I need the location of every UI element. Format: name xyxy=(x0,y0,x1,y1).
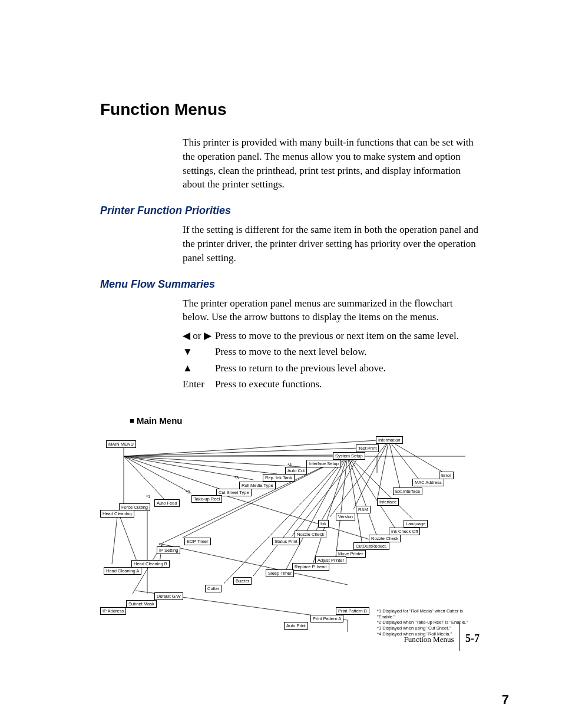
node-ext-interface: Ext.Interface xyxy=(393,487,422,495)
node-nozzle-check-2: Nozzle Check xyxy=(369,535,401,542)
footer-divider xyxy=(459,622,460,651)
node-cutter: Cutter xyxy=(205,585,222,592)
note-1: *1 xyxy=(146,494,150,499)
node-replace-phead: Replace P. head xyxy=(292,563,329,571)
menu-flowchart: MAIN MENU Information Test Print System … xyxy=(100,431,480,650)
node-information: Information xyxy=(376,436,403,444)
left-right-arrow-icon: ◀ or ▶ xyxy=(183,328,215,344)
node-status-print: Status Print xyxy=(272,538,300,545)
node-system-setup: System Setup xyxy=(333,452,365,460)
note-3: *3 xyxy=(234,475,239,480)
diagram-heading: ■ Main Menu xyxy=(100,416,480,426)
svg-line-15 xyxy=(124,456,191,493)
up-desc: Press to return to the previous level ab… xyxy=(215,360,480,376)
lr-desc: Press to move to the previous or next it… xyxy=(215,328,480,344)
arrow-row-down: ▼ Press to move to the next level below. xyxy=(100,344,480,360)
node-language: Language xyxy=(404,520,428,528)
arrow-row-lr: ◀ or ▶ Press to move to the previous or … xyxy=(100,328,480,344)
note-2: *2 xyxy=(186,489,190,495)
node-ip-setting: IP Setting xyxy=(157,546,180,554)
footer-page-number: 5-7 xyxy=(465,633,480,644)
node-main-menu: MAIN MENU xyxy=(106,440,136,448)
node-subnet-mask: Subnet Mask xyxy=(126,600,157,608)
node-default-gw: Default G/W xyxy=(154,592,183,600)
arrow-row-up: ▲ Press to return to the previous level … xyxy=(100,360,480,376)
priorities-paragraph: If the setting is different for the same… xyxy=(100,223,480,265)
footnote-2: *2 Displayed when "Take-up Reel" is "Ena… xyxy=(377,620,480,625)
diagram-title: Main Menu xyxy=(137,416,183,426)
node-mac-address: MAC Address xyxy=(412,479,444,486)
node-eop-timer: EOP Timer xyxy=(184,538,211,545)
node-rep-ink-tank: Rep. Ink Tank xyxy=(263,474,295,482)
node-interface: Interface xyxy=(377,498,399,506)
node-ram: RAM xyxy=(356,506,371,513)
node-cutdust: CutDustReduct. xyxy=(353,542,389,550)
footer-section-label: Function Menus xyxy=(404,635,454,644)
node-version: Version xyxy=(336,513,355,521)
node-auto-feed: Auto Feed xyxy=(154,499,180,507)
footnote-1: *1 Displayed for "Roll Media" when Cutte… xyxy=(377,608,480,620)
down-arrow-icon: ▼ xyxy=(183,344,215,360)
node-sleep-timer: Sleep Timer xyxy=(266,569,294,577)
subsection-flow-title: Menu Flow Summaries xyxy=(100,278,480,291)
node-auto-print: Auto Print xyxy=(284,622,308,630)
node-print-pattern-b: Print Pattern B xyxy=(336,607,369,615)
node-test-print: Test Print xyxy=(356,444,379,452)
node-buzzer: Buzzer xyxy=(233,577,252,585)
filled-square-icon: ■ xyxy=(130,416,134,425)
page-title: Function Menus xyxy=(100,100,480,119)
intro-paragraph: This printer is provided with many built… xyxy=(100,136,480,192)
node-take-up-reel: Take-up Reel xyxy=(191,495,222,503)
svg-line-36 xyxy=(118,511,138,564)
down-desc: Press to move to the next level below. xyxy=(215,344,480,360)
svg-line-37 xyxy=(112,511,118,564)
svg-line-27 xyxy=(336,455,348,557)
svg-line-17 xyxy=(389,440,442,472)
page-footer: Function Menus 5-7 xyxy=(404,626,480,654)
node-interface-setup: Interface Setup xyxy=(306,460,341,467)
svg-line-12 xyxy=(124,456,277,474)
svg-line-26 xyxy=(348,455,362,545)
flow-paragraph: The printer operation panel menus are su… xyxy=(100,297,480,325)
node-print-pattern-a: Print Pattern A xyxy=(310,615,343,622)
node-head-cleaning-a: Head Cleaning A xyxy=(104,567,141,575)
node-ip-address: IP Address xyxy=(100,607,126,615)
arrow-row-enter: Enter Press to execute functions. xyxy=(100,376,480,392)
subsection-priorities-title: Printer Function Priorities xyxy=(100,205,480,217)
enter-label: Enter xyxy=(183,376,215,392)
enter-desc: Press to execute functions. xyxy=(215,376,480,392)
document-page-number: 7 xyxy=(502,692,509,707)
node-head-cleaning: Head Cleaning xyxy=(100,510,134,518)
svg-line-13 xyxy=(124,456,253,480)
node-ink: Ink xyxy=(318,520,329,528)
up-arrow-icon: ▲ xyxy=(183,360,215,376)
